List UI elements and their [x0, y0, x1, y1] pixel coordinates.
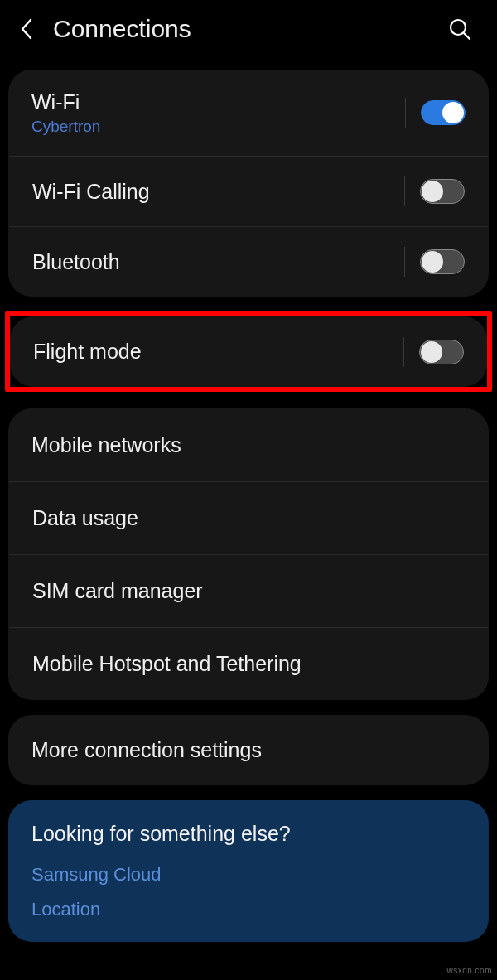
header: Connections: [0, 0, 497, 61]
watermark: wsxdn.com: [446, 966, 492, 975]
link-samsung-cloud[interactable]: Samsung Cloud: [31, 864, 466, 886]
card-network-group: Mobile networks Data usage SIM card mana…: [8, 408, 489, 700]
flight-label: Flight mode: [33, 340, 403, 364]
divider: [405, 98, 406, 128]
wifi-sublabel: Cybertron: [31, 118, 405, 136]
row-bluetooth[interactable]: Bluetooth: [9, 226, 488, 297]
row-data-usage[interactable]: Data usage: [9, 481, 488, 554]
card-flight: Flight mode: [10, 316, 487, 387]
bluetooth-toggle[interactable]: [420, 249, 465, 274]
back-icon[interactable]: [18, 17, 35, 41]
row-mobile-networks[interactable]: Mobile networks: [8, 408, 489, 481]
wifi-toggle[interactable]: [421, 100, 466, 125]
row-flight-mode[interactable]: Flight mode: [10, 316, 487, 387]
highlight-flight-mode: Flight mode: [5, 311, 492, 392]
wifi-calling-label: Wi-Fi Calling: [32, 180, 404, 204]
row-more-connection-settings[interactable]: More connection settings: [8, 715, 489, 785]
divider: [404, 247, 405, 277]
card-wifi-group: Wi-Fi Cybertron Wi-Fi Calling Bluetooth: [8, 70, 489, 297]
bluetooth-label: Bluetooth: [32, 250, 404, 274]
flight-toggle[interactable]: [419, 340, 464, 364]
suggest-title: Looking for something else?: [31, 822, 466, 846]
mobile-networks-label: Mobile networks: [31, 433, 466, 457]
more-label: More connection settings: [31, 738, 466, 762]
row-sim-card-manager[interactable]: SIM card manager: [9, 554, 488, 627]
wifi-label: Wi-Fi: [31, 90, 405, 114]
sim-card-manager-label: SIM card manager: [32, 579, 465, 603]
divider: [403, 337, 404, 367]
wifi-calling-toggle[interactable]: [420, 179, 465, 204]
divider: [404, 176, 405, 206]
data-usage-label: Data usage: [32, 506, 465, 530]
hotspot-label: Mobile Hotspot and Tethering: [32, 652, 465, 676]
row-wifi[interactable]: Wi-Fi Cybertron: [8, 70, 489, 156]
row-mobile-hotspot[interactable]: Mobile Hotspot and Tethering: [9, 627, 488, 700]
search-icon[interactable]: [447, 17, 472, 41]
link-location[interactable]: Location: [31, 899, 466, 920]
card-suggestions: Looking for something else? Samsung Clou…: [8, 800, 489, 942]
page-title: Connections: [53, 15, 429, 43]
card-more: More connection settings: [8, 715, 489, 785]
row-wifi-calling[interactable]: Wi-Fi Calling: [9, 156, 488, 226]
